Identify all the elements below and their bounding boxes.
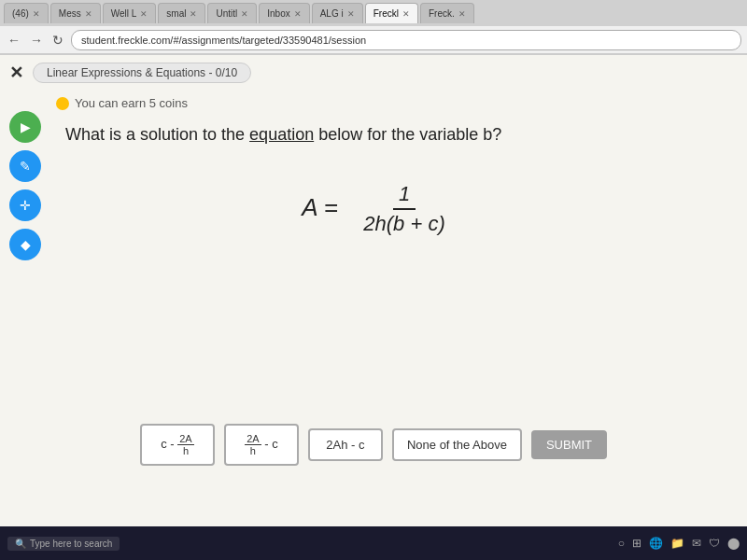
tab-close[interactable]: ✕ bbox=[458, 9, 466, 19]
tab-close[interactable]: ✕ bbox=[402, 9, 410, 19]
back-button[interactable]: ← bbox=[6, 31, 22, 49]
tab-close[interactable]: ✕ bbox=[140, 9, 148, 19]
tab-label: Well L bbox=[111, 8, 137, 19]
taskbar-mail-icon: ✉ bbox=[692, 537, 701, 550]
answer-b-suffix: - c bbox=[264, 437, 277, 451]
taskbar: 🔍 Type here to search ○ ⊞ 🌐 📁 ✉ 🛡 ⬤ bbox=[0, 526, 747, 560]
tab-label: Inbox bbox=[267, 8, 289, 19]
tab-bar: (46) ✕ Mess ✕ Well L ✕ smal ✕ Untitl ✕ I… bbox=[0, 0, 747, 26]
coins-text: You can earn 5 coins bbox=[75, 96, 188, 110]
answer-a-denominator: h bbox=[181, 445, 190, 456]
taskbar-grid-icon: ⊞ bbox=[632, 537, 641, 550]
tab-label: (46) bbox=[12, 8, 29, 19]
main-content: ✕ Linear Expressions & Equations - 0/10 … bbox=[0, 55, 747, 540]
equation-numerator: 1 bbox=[393, 182, 416, 210]
question-area: What is a solution to the equation below… bbox=[0, 116, 747, 283]
answer-choices: c - 2A h 2A h - c 2Ah - c None of the Ab… bbox=[0, 405, 747, 484]
answer-c-label: 2Ah - c bbox=[326, 438, 364, 452]
taskbar-icons: ○ ⊞ 🌐 📁 ✉ 🛡 ⬤ bbox=[618, 537, 740, 550]
taskbar-search-text: Type here to search bbox=[30, 539, 112, 549]
answer-a-fraction: 2A h bbox=[177, 433, 193, 456]
taskbar-chrome-icon: ⬤ bbox=[727, 537, 740, 550]
answer-a-numerator: 2A bbox=[177, 433, 193, 445]
coin-icon bbox=[56, 97, 69, 110]
answer-a-prefix: c - bbox=[161, 437, 177, 451]
tab-inbox[interactable]: Inbox ✕ bbox=[259, 3, 309, 23]
tab-46[interactable]: (46) ✕ bbox=[4, 3, 49, 23]
tab-mess[interactable]: Mess ✕ bbox=[50, 3, 101, 23]
tab-untitl[interactable]: Untitl ✕ bbox=[207, 3, 257, 23]
equation-container: A = 1 2h(b + c) bbox=[65, 163, 691, 273]
tab-close[interactable]: ✕ bbox=[347, 9, 355, 19]
tab-close[interactable]: ✕ bbox=[294, 9, 302, 19]
tab-close[interactable]: ✕ bbox=[33, 9, 40, 19]
question-text: What is a solution to the equation below… bbox=[65, 125, 691, 145]
tab-label: Freck. bbox=[429, 8, 455, 19]
pencil-icon-button[interactable]: ✎ bbox=[9, 150, 41, 182]
tab-label: Untitl bbox=[216, 8, 237, 19]
breadcrumb: Linear Expressions & Equations - 0/10 bbox=[33, 63, 251, 83]
tab-label: Freckl bbox=[374, 8, 399, 19]
taskbar-folder-icon: 📁 bbox=[670, 537, 684, 550]
answer-a-button[interactable]: c - 2A h bbox=[140, 424, 215, 466]
forward-button[interactable]: → bbox=[28, 31, 45, 49]
equation-display: A = 1 2h(b + c) bbox=[302, 182, 454, 236]
tab-alg[interactable]: ALG i ✕ bbox=[312, 3, 363, 23]
answer-b-button[interactable]: 2A h - c bbox=[224, 424, 299, 466]
tab-label: Mess bbox=[59, 8, 81, 19]
close-button[interactable]: ✕ bbox=[9, 63, 23, 83]
play-icon-button[interactable]: ▶ bbox=[9, 111, 41, 143]
search-icon: 🔍 bbox=[15, 539, 26, 549]
browser-chrome: (46) ✕ Mess ✕ Well L ✕ smal ✕ Untitl ✕ I… bbox=[0, 0, 747, 55]
tab-freckle-active[interactable]: Freckl ✕ bbox=[365, 3, 418, 23]
answer-c-button[interactable]: 2Ah - c bbox=[308, 428, 383, 461]
answer-b-denominator: h bbox=[248, 445, 258, 456]
taskbar-shield-icon: 🛡 bbox=[709, 537, 720, 550]
tab-close[interactable]: ✕ bbox=[241, 9, 248, 19]
answer-b-fraction: 2A h bbox=[245, 433, 261, 456]
equation-fraction: 1 2h(b + c) bbox=[358, 182, 450, 236]
submit-button[interactable]: SUBMIT bbox=[531, 430, 607, 459]
taskbar-search-box[interactable]: 🔍 Type here to search bbox=[7, 537, 120, 551]
left-sidebar: ▶ ✎ ✛ ◆ bbox=[9, 111, 41, 260]
equation-denominator: 2h(b + c) bbox=[358, 210, 450, 236]
move-icon-button[interactable]: ✛ bbox=[9, 189, 41, 221]
address-input[interactable] bbox=[71, 30, 741, 50]
top-bar: ✕ Linear Expressions & Equations - 0/10 bbox=[0, 55, 747, 91]
tab-close[interactable]: ✕ bbox=[190, 9, 197, 19]
tab-freckle2[interactable]: Freck. ✕ bbox=[420, 3, 474, 23]
answer-d-button[interactable]: None of the Above bbox=[392, 428, 522, 461]
refresh-button[interactable]: ↻ bbox=[50, 31, 65, 49]
tab-label: smal bbox=[166, 8, 186, 19]
answer-d-label: None of the Above bbox=[407, 438, 507, 452]
taskbar-circle-icon: ○ bbox=[618, 537, 625, 550]
tab-well[interactable]: Well L ✕ bbox=[103, 3, 157, 23]
tab-label: ALG i bbox=[320, 8, 344, 19]
tab-close[interactable]: ✕ bbox=[85, 9, 92, 19]
coins-notice: You can earn 5 coins bbox=[0, 91, 747, 116]
equation-lhs: A = bbox=[302, 193, 338, 221]
answer-b-numerator: 2A bbox=[245, 433, 261, 445]
tab-smal[interactable]: smal ✕ bbox=[158, 3, 205, 23]
address-bar-row: ← → ↻ bbox=[0, 26, 747, 54]
taskbar-edge-icon: 🌐 bbox=[649, 537, 663, 550]
eraser-icon-button[interactable]: ◆ bbox=[9, 229, 41, 260]
